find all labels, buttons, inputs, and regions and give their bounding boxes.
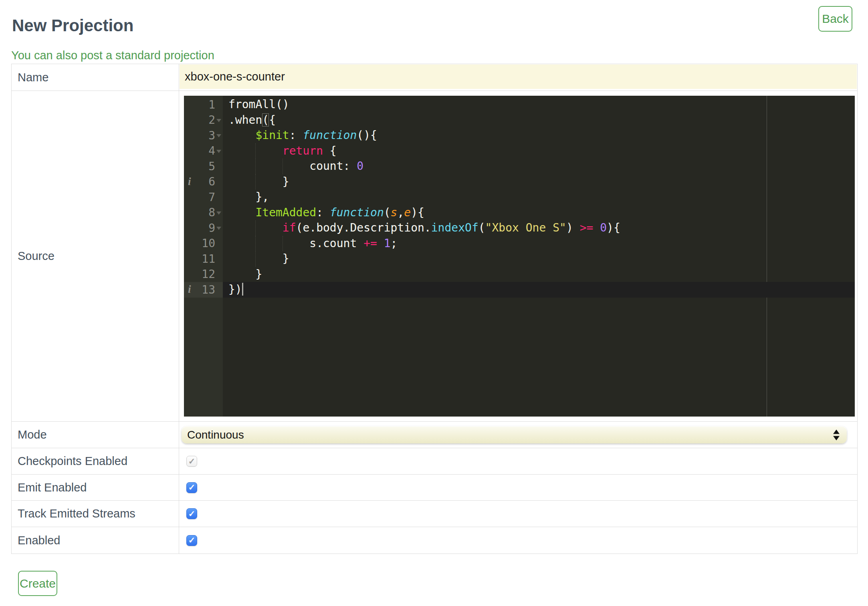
code-token: if <box>283 221 296 234</box>
code-token: : <box>316 206 330 219</box>
code-token: "Xbox One S" <box>485 221 566 234</box>
code-token: s <box>391 206 398 219</box>
code-token: ){ <box>411 206 424 219</box>
code-line: ItemAdded: function(s,e){ <box>223 205 855 221</box>
fold-spacer <box>215 282 223 298</box>
code-line: }, <box>223 189 855 205</box>
code-token <box>593 221 600 234</box>
gutter-line: 10 <box>184 236 223 252</box>
gutter-line: 7 <box>184 189 223 205</box>
track-emitted-streams-checkbox[interactable]: ✓ <box>186 508 197 519</box>
code-line: fromAll() <box>223 97 855 113</box>
code-token: : <box>289 129 303 142</box>
code-token: ( <box>384 206 391 219</box>
code-token: ( <box>262 113 269 127</box>
emit-enabled-label: Emit Enabled <box>12 475 179 500</box>
line-number: 2 <box>208 113 215 127</box>
create-button[interactable]: Create <box>18 571 57 596</box>
gutter-line: 11 <box>184 251 223 267</box>
fold-toggle-icon[interactable] <box>215 205 223 221</box>
code-token: e <box>404 206 411 219</box>
checkpoints-enabled-checkbox: ✓ <box>186 456 197 467</box>
code-line: .when({ <box>223 113 855 128</box>
code-token: .when <box>228 113 262 127</box>
indent-guide <box>255 236 256 252</box>
enabled-checkbox[interactable]: ✓ <box>186 535 197 546</box>
gutter-line: 2 <box>184 113 223 128</box>
name-input[interactable] <box>180 64 857 89</box>
code-line: }) <box>223 282 855 298</box>
code-editor[interactable]: 12345i6789101112i13 fromAll().when({ $in… <box>184 96 855 417</box>
code-token: function <box>330 206 384 219</box>
code-line: return { <box>223 143 855 159</box>
name-cell <box>179 64 857 91</box>
track-emitted-streams-label: Track Emitted Streams <box>12 501 179 527</box>
projection-form-table: Name Source 12345i6789101112i13 fromAll(… <box>11 64 858 554</box>
fold-spacer <box>215 236 223 252</box>
name-label: Name <box>12 64 179 91</box>
code-token: 1 <box>384 237 391 250</box>
code-token: ( <box>478 221 485 234</box>
code-token: ; <box>391 237 398 250</box>
code-token: return <box>283 144 323 157</box>
code-token: indexOf <box>431 221 478 234</box>
enabled-label: Enabled <box>12 527 179 554</box>
code-token: { <box>323 144 337 157</box>
code-token: s.count <box>228 237 363 250</box>
code-token: } <box>228 175 289 188</box>
indent-guide <box>255 159 256 174</box>
emit-enabled-row: Emit Enabled ✓ <box>12 475 857 501</box>
indent-guide <box>255 251 256 267</box>
code-token: $init <box>255 129 289 142</box>
standard-projection-link[interactable]: You can also post a standard projection <box>11 49 214 62</box>
fold-spacer <box>215 189 223 205</box>
code-token: += <box>363 237 377 250</box>
gutter-line: 9 <box>184 220 223 236</box>
line-number: 6 <box>208 175 215 188</box>
enabled-row: Enabled ✓ <box>12 527 857 554</box>
track-emitted-streams-row: Track Emitted Streams ✓ <box>12 501 857 527</box>
track-emitted-streams-cell: ✓ <box>179 501 857 527</box>
code-token: , <box>397 206 404 219</box>
code-line: if(e.body.Description.indexOf("Xbox One … <box>223 220 855 236</box>
info-annotation-icon: i <box>188 283 191 296</box>
fold-toggle-icon[interactable] <box>215 113 223 128</box>
gutter-line: 4 <box>184 143 223 159</box>
fold-toggle-icon[interactable] <box>215 220 223 236</box>
select-down-arrow-icon <box>833 436 840 440</box>
select-up-arrow-icon <box>833 429 840 434</box>
fold-toggle-icon[interactable] <box>215 143 223 159</box>
fold-toggle-icon[interactable] <box>215 128 223 143</box>
code-token: ItemAdded <box>255 206 316 219</box>
line-number: 11 <box>202 252 215 266</box>
line-number: 10 <box>202 237 215 250</box>
indent-guide <box>255 220 256 236</box>
code-token: >= <box>580 221 593 234</box>
select-arrows-icon <box>833 429 840 440</box>
line-number: 7 <box>208 191 215 204</box>
code-token: { <box>269 113 276 127</box>
code-token: ) <box>566 221 580 234</box>
line-number: 1 <box>208 98 215 111</box>
checkpoints-enabled-cell: ✓ <box>179 448 857 474</box>
fold-spacer <box>215 174 223 190</box>
fold-spacer <box>215 97 223 113</box>
editor-code-area[interactable]: fromAll().when({ $init: function(){ retu… <box>223 96 855 417</box>
back-button[interactable]: Back <box>818 6 852 32</box>
code-token: }) <box>228 283 242 296</box>
mode-select[interactable]: Continuous <box>182 426 847 443</box>
editor-gutter: 12345i6789101112i13 <box>184 96 223 417</box>
code-lines: fromAll().when({ $init: function(){ retu… <box>223 96 855 298</box>
line-number: 9 <box>208 221 215 235</box>
line-number: 5 <box>208 160 215 173</box>
code-token: 0 <box>357 159 363 173</box>
emit-enabled-checkbox[interactable]: ✓ <box>186 482 197 493</box>
name-row: Name <box>12 64 857 91</box>
code-token: 0 <box>600 221 607 234</box>
source-cell: 12345i6789101112i13 fromAll().when({ $in… <box>179 91 857 421</box>
code-token: (e.body.Description. <box>296 221 431 234</box>
code-token: ){ <box>607 221 620 234</box>
line-number: 12 <box>202 268 215 281</box>
line-number: 8 <box>208 206 215 219</box>
code-line: count: 0 <box>223 159 855 174</box>
